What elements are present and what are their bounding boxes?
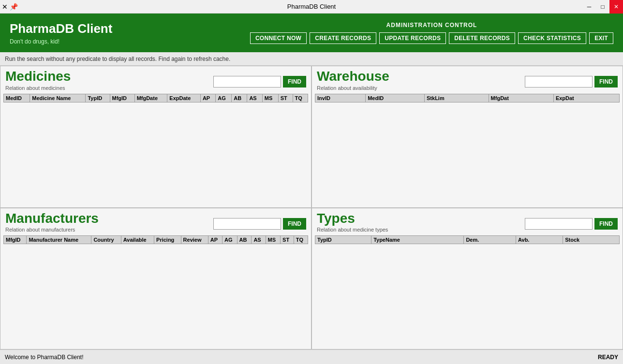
col-medicine-name: Medicine Name — [30, 94, 86, 102]
types-panel: Types Relation about medicine types FIND… — [312, 208, 623, 350]
manufacturers-title: Manufacturers — [5, 211, 213, 226]
types-search-input[interactable] — [525, 218, 593, 230]
app-subtitle: Don't do drugs, kid! — [10, 38, 112, 45]
col-dem: Dem. — [464, 236, 516, 244]
medicines-panel: Medicines Relation about medicines FIND … — [0, 66, 312, 208]
col-ms: MS — [262, 94, 278, 102]
col-m-ab: AB — [237, 236, 252, 244]
admin-buttons: CONNECT NOW CREATE RECORDS UPDATE RECORD… — [250, 32, 613, 44]
col-expdat: ExpDat — [553, 94, 619, 102]
medicines-search-area: FIND — [213, 69, 306, 87]
info-text: Run the search without any predicate to … — [5, 56, 230, 62]
manufacturers-title-group: Manufacturers Relation about manufacture… — [5, 211, 213, 233]
manufacturers-search-input[interactable] — [213, 218, 281, 230]
pin-icon[interactable]: 📌 — [10, 3, 18, 11]
info-bar: Run the search without any predicate to … — [0, 52, 623, 66]
col-available: Available — [121, 236, 154, 244]
warehouse-table-container: InvID MedID StkLim MfgDat ExpDat — [315, 94, 620, 205]
col-m-as: AS — [252, 236, 266, 244]
manufacturers-search-area: FIND — [213, 211, 306, 230]
col-invid: InvID — [315, 94, 366, 102]
col-w-medid: MedID — [366, 94, 425, 102]
manufacturers-find-button[interactable]: FIND — [283, 218, 306, 230]
col-typename: TypeName — [371, 236, 464, 244]
types-title-group: Types Relation about medicine types — [317, 211, 525, 233]
col-country: Country — [91, 236, 121, 244]
col-ap: AP — [200, 94, 215, 102]
col-stock: Stock — [563, 236, 620, 244]
col-ag: AG — [216, 94, 232, 102]
col-mfgid: MfgID — [4, 236, 27, 244]
col-ab: AB — [232, 94, 247, 102]
warehouse-find-button[interactable]: FIND — [594, 76, 618, 87]
col-mfgdat: MfgDat — [489, 94, 553, 102]
admin-section: ADMINISTRATION CONTROL CONNECT NOW CREAT… — [250, 22, 613, 44]
col-m-ag: AG — [222, 236, 237, 244]
col-pricing: Pricing — [154, 236, 181, 244]
medicines-find-button[interactable]: FIND — [283, 76, 306, 87]
medicines-table-container: MedID Medicine Name TypID MfgID MfgDate … — [3, 94, 308, 205]
col-avb: Avb. — [516, 236, 563, 244]
col-mfgid: MfgID — [110, 94, 134, 102]
warehouse-header: Warehouse Relation about availability FI… — [312, 66, 623, 92]
col-m-ap: AP — [208, 236, 222, 244]
delete-records-button[interactable]: DELETE RECORDS — [449, 32, 515, 44]
warehouse-panel: Warehouse Relation about availability FI… — [312, 66, 623, 208]
col-typid: TypID — [86, 94, 110, 102]
medicines-subtitle: Relation about medicines — [5, 85, 213, 91]
app-header: PharmaDB Client Don't do drugs, kid! ADM… — [0, 14, 623, 52]
types-search-area: FIND — [525, 211, 618, 230]
types-title: Types — [317, 211, 525, 226]
status-bar: Welcome to PharmaDB Client! READY — [0, 349, 623, 364]
types-table: TypID TypeName Dem. Avb. Stock — [315, 235, 620, 244]
update-records-button[interactable]: UPDATE RECORDS — [379, 32, 446, 44]
status-message: Welcome to PharmaDB Client! — [5, 354, 84, 361]
manufacturers-header: Manufacturers Relation about manufacture… — [0, 208, 311, 234]
warehouse-search-input[interactable] — [525, 76, 593, 87]
medicines-header: Medicines Relation about medicines FIND — [0, 66, 311, 92]
maximize-button[interactable]: □ — [596, 0, 609, 14]
title-bar-right-controls: ─ □ ✕ — [582, 0, 623, 13]
minimize-button[interactable]: ─ — [582, 0, 596, 14]
warehouse-table: InvID MedID StkLim MfgDat ExpDat — [315, 94, 620, 102]
col-m-st: ST — [281, 236, 294, 244]
admin-label: ADMINISTRATION CONTROL — [386, 22, 477, 29]
medicines-search-input[interactable] — [213, 76, 281, 87]
col-tq: TQ — [293, 94, 308, 102]
types-table-container: TypID TypeName Dem. Avb. Stock — [315, 235, 620, 347]
manufacturers-table: MfgID Manufacturer Name Country Availabl… — [3, 235, 308, 244]
close-icon[interactable]: ✕ — [2, 3, 8, 11]
col-typid: TypID — [315, 236, 371, 244]
app-title: PharmaDB Client — [10, 21, 112, 36]
title-bar-left-controls: ✕ 📌 — [2, 3, 18, 11]
exit-button[interactable]: EXIT — [589, 32, 613, 44]
col-as: AS — [247, 94, 262, 102]
types-subtitle: Relation about medicine types — [317, 227, 525, 233]
types-header: Types Relation about medicine types FIND — [312, 208, 623, 234]
col-m-ms: MS — [266, 236, 281, 244]
check-statistics-button[interactable]: CHECK STATISTICS — [518, 32, 586, 44]
connect-now-button[interactable]: CONNECT NOW — [250, 32, 307, 44]
close-button[interactable]: ✕ — [609, 0, 623, 14]
title-bar: ✕ 📌 PharmaDB Client ─ □ ✕ — [0, 0, 623, 14]
medicines-title-group: Medicines Relation about medicines — [5, 69, 213, 91]
window-title: PharmaDB Client — [287, 3, 336, 10]
warehouse-subtitle: Relation about availability — [317, 85, 525, 91]
app-branding: PharmaDB Client Don't do drugs, kid! — [10, 21, 112, 45]
status-ready: READY — [598, 354, 618, 361]
warehouse-title: Warehouse — [317, 69, 525, 84]
warehouse-search-area: FIND — [525, 69, 618, 87]
medicines-title: Medicines — [5, 69, 213, 84]
col-medid: MedID — [4, 94, 30, 102]
manufacturers-panel: Manufacturers Relation about manufacture… — [0, 208, 312, 350]
medicines-table: MedID Medicine Name TypID MfgID MfgDate … — [3, 94, 308, 102]
col-stklim: StkLim — [425, 94, 489, 102]
col-review: Review — [181, 236, 208, 244]
manufacturers-subtitle: Relation about manufacturers — [5, 227, 213, 233]
create-records-button[interactable]: CREATE RECORDS — [310, 32, 376, 44]
col-st: ST — [278, 94, 293, 102]
types-find-button[interactable]: FIND — [594, 218, 618, 230]
col-mfgdate: MfgDate — [134, 94, 167, 102]
col-m-tq: TQ — [294, 236, 308, 244]
manufacturers-table-container: MfgID Manufacturer Name Country Availabl… — [3, 235, 308, 347]
